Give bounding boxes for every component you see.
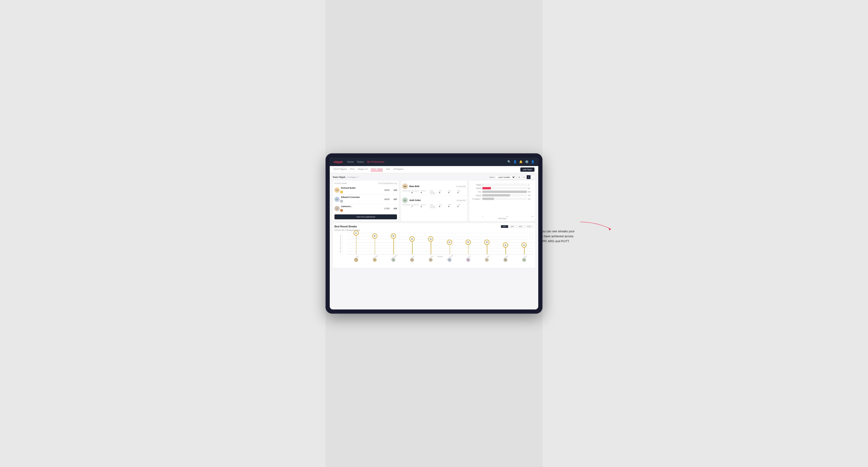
tablet-screen: clippd Home Teams My Performance 🔍 👤 🔔 ⚙… bbox=[330, 158, 538, 309]
player-streak-col: 6x D. Billingham DB bbox=[384, 233, 403, 254]
user-icon[interactable]: 👤 bbox=[513, 160, 517, 163]
view-icons: ⊞ ⊟ ≡ ↓ bbox=[517, 175, 535, 179]
avatar: RB bbox=[335, 187, 340, 193]
bar-fill bbox=[483, 191, 527, 193]
player-avatar-x: EE bbox=[354, 258, 358, 262]
rank-badge: 3 bbox=[340, 209, 343, 212]
streaks-header: Best Round Streaks OTT APP ARG PUTT bbox=[335, 225, 533, 228]
view-icon-export[interactable]: ↓ bbox=[531, 175, 535, 179]
player-card: RB Rees Britt 02 Sep 2023 Total Rounds T… bbox=[402, 182, 466, 196]
leaderboard-panel: PLAYER NAME PB SCORE PB AVG SQ RB Richar… bbox=[333, 181, 399, 221]
player-streak-col: 4x D. Ford DF bbox=[459, 233, 477, 254]
card-avatar: JC bbox=[402, 197, 408, 203]
streak-bubble: 4x bbox=[466, 240, 471, 245]
app-filter-button[interactable]: APP bbox=[509, 225, 516, 228]
sub-nav-pga[interactable]: PGA bbox=[350, 168, 354, 171]
ott-filter-button[interactable]: OTT bbox=[501, 225, 508, 228]
sub-nav-hcaps[interactable]: Hcaps 1-5 bbox=[358, 168, 368, 171]
player-info: C Cameron... 3 bbox=[335, 205, 383, 212]
bar-container bbox=[483, 194, 527, 196]
view-icon-list[interactable]: ≡ bbox=[526, 175, 531, 179]
sub-nav-tour[interactable]: Tour bbox=[386, 168, 390, 171]
streak-bubble: 6x bbox=[372, 234, 377, 239]
bar-row: Bogeys 311 bbox=[471, 194, 533, 196]
putt-filter-button[interactable]: PUTT bbox=[525, 225, 533, 228]
player-avatar-x: JC bbox=[410, 258, 414, 262]
bar-fill bbox=[483, 184, 483, 186]
chart-x-labels: 0 200 400 bbox=[471, 216, 533, 217]
bar-container bbox=[483, 198, 527, 200]
player-streak-col: 3x C. Quick CQ bbox=[515, 233, 533, 254]
team-title: Team Clippd | 14 Players ✎ bbox=[333, 176, 359, 178]
streak-bubble: 4x bbox=[447, 240, 452, 245]
streak-bubble: 7x bbox=[353, 230, 359, 236]
chart-title: Total Shots bbox=[471, 218, 533, 219]
team-controls: Show Last 3 months ⊞ ⊟ ≡ ↓ bbox=[489, 175, 535, 179]
bar-fill bbox=[483, 194, 510, 196]
top-nav: clippd Home Teams My Performance 🔍 👤 🔔 ⚙… bbox=[330, 158, 538, 166]
card-stats: Total Rounds Tournament 8 Practice 4 bbox=[402, 190, 466, 194]
view-icon-grid2[interactable]: ⊞ bbox=[517, 175, 521, 179]
sub-nav-items: PGAT Players PGA Hcaps 1-5 Team Clippd T… bbox=[334, 168, 520, 171]
rank-badge: 1 bbox=[340, 191, 343, 193]
edit-icon[interactable]: ✎ bbox=[357, 176, 359, 178]
bar-fill bbox=[483, 198, 494, 200]
settings-icon[interactable]: ⚙️ bbox=[525, 160, 529, 163]
nav-home[interactable]: Home bbox=[347, 161, 353, 163]
months-select[interactable]: Last 3 months bbox=[496, 175, 516, 179]
search-icon[interactable]: 🔍 bbox=[507, 160, 511, 163]
player-avatar-x: DB bbox=[392, 258, 395, 262]
avatar-icon[interactable]: 👤 bbox=[531, 160, 534, 163]
nav-my-performance[interactable]: My Performance bbox=[367, 161, 384, 163]
nav-actions: 🔍 👤 🔔 ⚙️ 👤 bbox=[507, 160, 534, 163]
player-streak-col: 5x R. Britt RB bbox=[422, 233, 440, 254]
bar-row: Eagles 3 bbox=[471, 184, 533, 186]
view-icon-grid3[interactable]: ⊟ bbox=[522, 175, 526, 179]
player-avatar-x: MM bbox=[485, 258, 489, 262]
streaks-section: Best Round Streaks OTT APP ARG PUTT Off … bbox=[333, 223, 535, 268]
panel-header: PLAYER NAME PB SCORE PB AVG SQ bbox=[335, 183, 397, 184]
player-streak-col: 7x E. Ebert EE bbox=[347, 233, 365, 254]
player-streaks: 7x E. Ebert EE 6x B. McHarg BM bbox=[347, 233, 533, 254]
player-card: JC Josh Coles 26 Aug 2023 Total Rounds T… bbox=[402, 196, 466, 210]
streaks-subtitle: Off The Tee, Fairway Accuracy bbox=[335, 229, 533, 231]
bar-row: Pars 499 bbox=[471, 191, 533, 193]
bar-row: Birdies 96 bbox=[471, 187, 533, 189]
bell-icon[interactable]: 🔔 bbox=[519, 160, 523, 163]
player-avatar-x: EC bbox=[448, 258, 452, 262]
streak-bubble: 3x bbox=[503, 243, 508, 248]
nav-teams[interactable]: Teams bbox=[357, 161, 364, 163]
chart-area: 7 6 5 4 bbox=[347, 233, 533, 254]
player-streak-col: 6x B. McHarg BM bbox=[365, 233, 384, 254]
table-row: RB Richard Butler 1 19/20 110 bbox=[335, 186, 397, 195]
streak-stem bbox=[356, 233, 356, 254]
bar-container bbox=[483, 184, 527, 186]
add-team-button[interactable]: Add Team bbox=[520, 167, 534, 172]
streak-bubble: 4x bbox=[484, 240, 489, 245]
streak-stem bbox=[375, 236, 375, 254]
streak-bubble: 5x bbox=[428, 236, 433, 242]
main-content: Team Clippd | 14 Players ✎ Show Last 3 m… bbox=[330, 173, 538, 309]
player-avatar-x: RB bbox=[429, 258, 433, 262]
sub-nav-pgat[interactable]: PGAT Players bbox=[334, 168, 347, 171]
player-info: RB Richard Butler 1 bbox=[335, 187, 383, 193]
streak-bubble: 3x bbox=[522, 243, 527, 248]
streak-stem bbox=[394, 236, 394, 254]
sub-nav: PGAT Players PGA Hcaps 1-5 Team Clippd T… bbox=[330, 166, 538, 173]
bar-chart-panel: Eagles 3 Birdies bbox=[469, 181, 535, 221]
card-stats: Total Rounds Tournament 7 Practice 2 bbox=[402, 204, 466, 208]
team-header: Team Clippd | 14 Players ✎ Show Last 3 m… bbox=[333, 175, 535, 179]
arg-filter-button[interactable]: ARG bbox=[517, 225, 525, 228]
sub-nav-all-players[interactable]: All Players bbox=[394, 168, 404, 171]
logo: clippd bbox=[334, 160, 342, 164]
player-streak-col: 4x M. Miller MM bbox=[477, 233, 496, 254]
streak-bubble: 5x bbox=[409, 236, 415, 242]
view-leaderboard-button[interactable]: View Full Leaderboard bbox=[335, 214, 397, 219]
tablet-frame: clippd Home Teams My Performance 🔍 👤 🔔 ⚙… bbox=[326, 153, 542, 314]
player-avatar-x: CQ bbox=[522, 258, 526, 262]
bar-chart-area: Eagles 3 Birdies bbox=[471, 183, 533, 215]
player-avatar-x: DF bbox=[466, 258, 470, 262]
nav-items: Home Teams My Performance bbox=[347, 161, 507, 163]
y-axis-label: Best Streak, Fairway Accuracy bbox=[340, 235, 341, 253]
sub-nav-team-clippd[interactable]: Team Clippd bbox=[371, 168, 382, 171]
